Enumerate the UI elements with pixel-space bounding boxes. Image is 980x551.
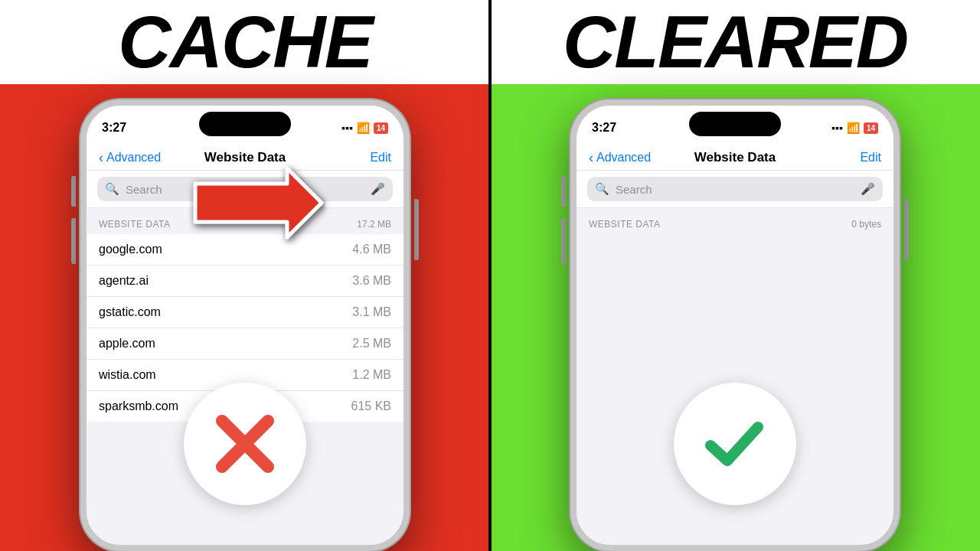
left-battery-badge: 14 bbox=[374, 122, 388, 134]
domain-label: sparksmb.com bbox=[99, 399, 178, 413]
right-search-bar: 🔍 Search 🎤 bbox=[577, 171, 893, 208]
list-item: gstatic.com 3.1 MB bbox=[87, 297, 403, 328]
left-overlay-container bbox=[184, 383, 306, 505]
right-chevron-icon: ‹ bbox=[589, 151, 593, 165]
right-section-label: WEBSITE DATA bbox=[589, 219, 661, 230]
right-volume-up-btn bbox=[561, 176, 566, 207]
left-dynamic-island bbox=[199, 112, 291, 136]
right-search-icon: 🔍 bbox=[595, 182, 609, 196]
svg-marker-0 bbox=[195, 168, 322, 237]
left-volume-down-btn bbox=[71, 218, 76, 264]
cleared-title: CLEARED bbox=[563, 5, 907, 79]
domain-size: 4.6 MB bbox=[352, 243, 391, 256]
left-back-label: Advanced bbox=[106, 151, 161, 165]
domain-label: gstatic.com bbox=[99, 305, 161, 319]
left-status-bar: 3:27 ▪▪▪ 📶 14 bbox=[87, 106, 403, 144]
left-wifi-icon: 📶 bbox=[357, 122, 370, 134]
domain-size: 1.2 MB bbox=[352, 368, 391, 382]
right-wifi-icon: 📶 bbox=[847, 122, 860, 134]
center-divider bbox=[488, 0, 492, 551]
red-arrow-svg bbox=[188, 161, 325, 245]
domain-size: 2.5 MB bbox=[352, 337, 391, 350]
left-volume-up-btn bbox=[71, 176, 76, 207]
right-search-placeholder: Search bbox=[616, 183, 854, 196]
x-circle bbox=[184, 383, 306, 505]
list-item: apple.com 2.5 MB bbox=[87, 328, 403, 360]
right-panel: 3:27 ▪▪▪ 📶 14 ‹ Advanced bbox=[490, 84, 980, 551]
left-phone-wrap: 3:27 ▪▪▪ 📶 14 ‹ Advanced bbox=[80, 99, 410, 551]
left-power-btn bbox=[414, 199, 419, 260]
right-nav-title: Website Data bbox=[662, 150, 808, 165]
header-right: CLEARED bbox=[490, 0, 980, 84]
header-left: CACHE bbox=[0, 0, 490, 84]
right-battery-badge: 14 bbox=[864, 122, 878, 134]
left-panel: 3:27 ▪▪▪ 📶 14 ‹ Advanced bbox=[0, 84, 490, 551]
right-status-icons: ▪▪▪ 📶 14 bbox=[831, 122, 878, 134]
domain-label: google.com bbox=[99, 243, 162, 256]
left-nav-edit[interactable]: Edit bbox=[318, 151, 392, 165]
right-nav-bar: ‹ Advanced Website Data Edit bbox=[577, 144, 893, 171]
right-section-total: 0 bytes bbox=[851, 219, 881, 230]
arrow-overlay bbox=[188, 161, 325, 248]
right-status-bar: 3:27 ▪▪▪ 📶 14 bbox=[577, 106, 893, 144]
right-back-label: Advanced bbox=[596, 151, 651, 165]
left-search-icon: 🔍 bbox=[105, 182, 119, 196]
domain-size: 615 KB bbox=[351, 399, 391, 413]
right-nav-back[interactable]: ‹ Advanced bbox=[589, 151, 662, 165]
domain-label: wistia.com bbox=[99, 368, 156, 382]
right-power-btn bbox=[904, 199, 909, 260]
left-section-total: 17.2 MB bbox=[357, 219, 391, 230]
right-signal-icon: ▪▪▪ bbox=[831, 122, 843, 134]
domain-size: 3.1 MB bbox=[352, 305, 391, 319]
left-signal-icon: ▪▪▪ bbox=[341, 122, 353, 134]
check-mark-svg bbox=[697, 406, 773, 482]
list-item: agentz.ai 3.6 MB bbox=[87, 266, 403, 297]
left-chevron-icon: ‹ bbox=[99, 151, 103, 165]
right-overlay-container bbox=[674, 383, 796, 505]
right-volume-down-btn bbox=[561, 218, 566, 264]
domain-label: apple.com bbox=[99, 337, 155, 350]
left-section-label: WEBSITE DATA bbox=[99, 219, 171, 230]
right-section-header: WEBSITE DATA 0 bytes bbox=[577, 208, 893, 234]
right-phone-wrap: 3:27 ▪▪▪ 📶 14 ‹ Advanced bbox=[570, 99, 900, 551]
domain-label: agentz.ai bbox=[99, 274, 149, 288]
cache-title: CACHE bbox=[118, 5, 371, 79]
left-mic-icon: 🎤 bbox=[371, 182, 385, 196]
domain-size: 3.6 MB bbox=[352, 274, 391, 288]
right-nav-edit[interactable]: Edit bbox=[808, 151, 882, 165]
check-circle bbox=[674, 383, 796, 505]
left-nav-back[interactable]: ‹ Advanced bbox=[99, 151, 172, 165]
right-mic-icon: 🎤 bbox=[861, 182, 875, 196]
right-search-box[interactable]: 🔍 Search 🎤 bbox=[587, 177, 883, 201]
left-status-icons: ▪▪▪ 📶 14 bbox=[341, 122, 388, 134]
right-dynamic-island bbox=[689, 112, 781, 136]
x-mark-svg bbox=[207, 406, 283, 482]
